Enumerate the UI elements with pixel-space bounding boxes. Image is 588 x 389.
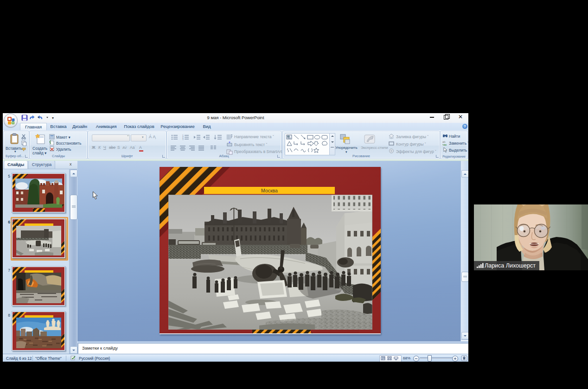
svg-text:час: час [442,143,447,146]
svg-text:Москва: Москва [261,188,278,193]
svg-text:3: 3 [182,138,184,140]
